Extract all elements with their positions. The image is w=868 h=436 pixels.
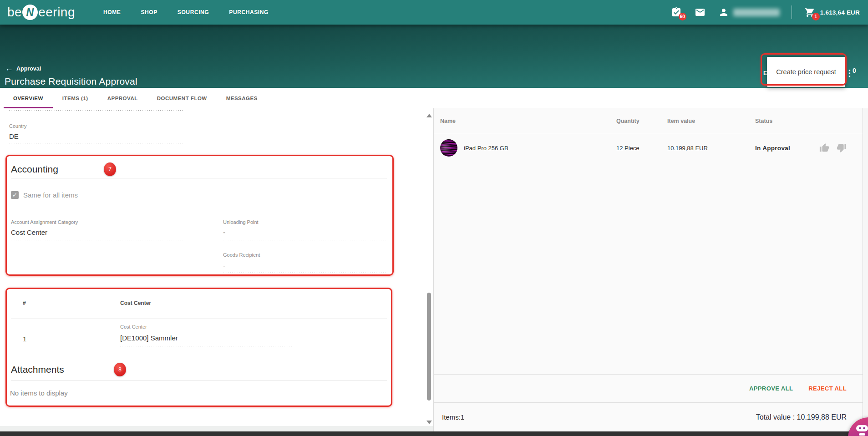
bulk-actions-bar: APPROVE ALL REJECT ALL [434, 374, 863, 402]
back-link[interactable]: ← Approval [5, 66, 41, 72]
content-area: Country DE Accounting 7 ✓ Same for all i… [0, 108, 868, 431]
nav-item-home[interactable]: HOME [103, 9, 121, 15]
thumbs-up-icon[interactable] [819, 143, 829, 153]
page-title: Purchase Requisition Approval [5, 76, 137, 87]
country-underline [9, 143, 183, 143]
cart-total: 1.613,64 EUR [820, 9, 860, 16]
page-header: ← Approval Purchase Requisition Approval… [0, 25, 868, 88]
item-status: In Approval [755, 145, 813, 152]
user-account[interactable] [718, 6, 780, 18]
app-logo[interactable]: be N eering [7, 5, 75, 20]
item-row[interactable]: iPad Pro 256 GB 12 Piece 10.199,88 EUR I… [434, 134, 863, 162]
mail-icon[interactable] [694, 6, 706, 18]
nav-divider [792, 5, 792, 19]
tab-messages[interactable]: MESSAGES [217, 88, 267, 108]
account-assignment-underline [11, 240, 183, 240]
tasks-clipboard-icon[interactable]: 60 [670, 6, 682, 18]
goods-recipient-value: - [223, 262, 225, 269]
user-icon [718, 6, 730, 18]
counter-zero: 0 [853, 67, 856, 74]
items-panel-spacer [434, 162, 863, 374]
attachments-divider [11, 380, 387, 380]
same-for-all-label: Same for all items [23, 191, 78, 199]
truncated-field-underline [9, 110, 183, 111]
menu-item-create-price-request[interactable]: Create price request [776, 68, 836, 76]
navbar-right: 60 1 1.613,64 EUR [670, 5, 868, 19]
logo-n-icon: N [22, 5, 38, 20]
page-subtitle: [10005787] EMPL_IUL01 - 2025-04-22 12:00 [5, 91, 124, 97]
country-value: DE [9, 132, 19, 140]
bottom-bar [0, 431, 868, 436]
user-name-redacted [733, 9, 780, 16]
col-quantity: Quantity [616, 118, 667, 124]
col-name: Name [440, 118, 616, 124]
country-label: Country [9, 123, 27, 129]
annotation-circle-7: 7 [104, 162, 116, 176]
cc-row-underline [120, 346, 293, 346]
overview-panel: Country DE Accounting 7 ✓ Same for all i… [0, 108, 433, 426]
unloading-point-value: - [223, 228, 225, 236]
scroll-down-icon[interactable] [426, 421, 432, 424]
reject-all-button[interactable]: REJECT ALL [808, 385, 847, 392]
totals-bar: Items:1 Total value : 10.199,88 EUR [434, 402, 863, 431]
total-value: Total value : 10.199,88 EUR [756, 413, 847, 421]
nav-item-purchasing[interactable]: PURCHASING [229, 9, 269, 15]
top-navbar: be N eering HOME SHOP SOURCING PURCHASIN… [0, 0, 868, 25]
back-arrow-icon: ← [5, 66, 13, 71]
chat-bot-icon [856, 425, 868, 436]
nav-item-shop[interactable]: SHOP [141, 9, 157, 15]
logo-text-pre: be [7, 5, 22, 20]
items-table-header: Name Quantity Item value Status [434, 108, 863, 134]
cc-row-num: 1 [23, 335, 26, 343]
scroll-up-icon[interactable] [426, 114, 432, 117]
page-scrollbar[interactable] [863, 108, 868, 431]
cc-col-costcenter: Cost Center [120, 300, 151, 306]
product-image [440, 139, 457, 157]
item-name: iPad Pro 256 GB [464, 145, 508, 152]
items-panel: Name Quantity Item value Status iPad Pro… [434, 108, 863, 431]
cc-table-divider [11, 319, 387, 319]
tab-bar: OVERVIEW ITEMS (1) APPROVAL DOCUMENT FLO… [0, 88, 868, 108]
goods-recipient-underline [223, 273, 387, 273]
main-menu: HOME SHOP SOURCING PURCHASING [103, 9, 269, 15]
unloading-point-underline [223, 240, 387, 240]
cart-button[interactable]: 1 1.613,64 EUR [804, 6, 860, 18]
attachments-heading: Attachments [11, 364, 64, 375]
same-for-all-checkbox[interactable]: ✓ [11, 191, 19, 199]
col-item-value: Item value [667, 118, 755, 124]
tasks-badge: 60 [679, 13, 686, 20]
nav-item-sourcing[interactable]: SOURCING [178, 9, 209, 15]
item-quantity: 12 Piece [616, 145, 667, 152]
left-panel-scrollbar [425, 108, 433, 431]
col-status: Status [755, 118, 813, 124]
unloading-point-label: Unloading Point [223, 219, 259, 225]
accounting-heading: Accounting [11, 164, 58, 175]
context-dropdown: Create price request [767, 57, 845, 87]
cc-row-field-label: Cost Center [120, 324, 147, 330]
logo-text-post: eering [38, 5, 75, 20]
approve-all-button[interactable]: APPROVE ALL [749, 385, 793, 392]
back-label: Approval [16, 66, 41, 72]
account-assignment-label: Account Assignment Category [11, 219, 78, 225]
cart-icon: 1 [804, 6, 816, 18]
annotation-circle-8: 8 [114, 363, 126, 376]
cc-col-num: # [23, 300, 26, 306]
annotation-box-accounting [5, 155, 394, 276]
accounting-divider [11, 178, 387, 178]
account-assignment-value: Cost Center [11, 228, 47, 236]
cart-badge: 1 [812, 13, 820, 20]
scrollbar-thumb[interactable] [427, 293, 431, 401]
goods-recipient-label: Goods Recipient [223, 252, 260, 258]
items-count: Items:1 [442, 413, 464, 421]
thumbs-down-icon[interactable] [837, 143, 847, 153]
item-value: 10.199,88 EUR [667, 145, 755, 152]
cc-row-value[interactable]: [DE1000] Sammler [120, 334, 178, 342]
attachments-empty-text: No items to display [10, 389, 68, 397]
tab-document-flow[interactable]: DOCUMENT FLOW [147, 88, 217, 108]
